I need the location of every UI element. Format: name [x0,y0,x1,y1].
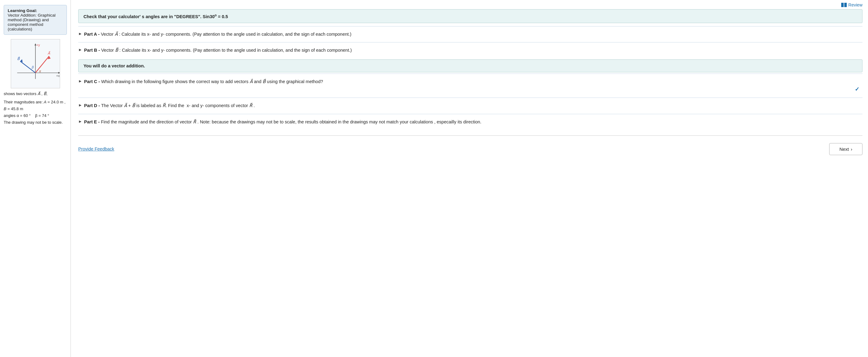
learning-goal-box: Learning Goal: Vector Addition: Graphica… [4,5,67,35]
feedback-link[interactable]: Provide Feedback [78,147,114,152]
checkmark-icon: ✓ [855,86,859,93]
scale-note: The drawing may not be to scale. [4,119,67,126]
svg-text:β: β [31,65,34,69]
part-c-checkmark-row: ✓ [78,85,863,93]
review-icon [841,3,847,7]
svg-text:+y: +y [36,43,40,47]
svg-rect-16 [844,3,847,7]
part-b-text: Part B - Vector B⃗ : Calculate its x- an… [84,47,352,54]
review-link[interactable]: Review [841,2,863,7]
part-d-row: ► Part D - The Vector A⃗ + B⃗ is labeled… [78,98,863,113]
vector-addition-banner: You will do a vector addition. [78,59,863,72]
part-d-label: Part D - [84,103,100,108]
part-d-text: Part D - The Vector A⃗ + B⃗ is labeled a… [84,102,255,109]
next-chevron-icon: › [851,147,852,152]
svg-rect-15 [841,3,844,7]
part-e-expand[interactable]: ► [78,119,82,124]
info-banner: Check that your calculator' s angles are… [78,9,863,23]
next-button[interactable]: Next › [829,143,863,155]
part-b-expand[interactable]: ► [78,47,82,52]
part-c-expand[interactable]: ► [78,79,82,84]
vector-addition-text: You will do a vector addition. [84,63,145,68]
part-a-text: Part A - Vector A⃗ : Calculate its x- an… [84,31,351,38]
learning-goal-title: Learning Goal: [8,8,37,13]
svg-text:B⃗: B⃗ [17,57,20,61]
part-d-expand[interactable]: ► [78,103,82,107]
left-panel: Learning Goal: Vector Addition: Graphica… [0,0,71,357]
part-c-label: Part C - [84,79,100,84]
next-label: Next [839,147,849,152]
part-a-label: Part A - [84,32,100,37]
svg-text:+x: +x [56,74,60,77]
angles-text: angles α = 60 ° β = 74 ° [4,112,67,119]
info-banner-text: Check that your calculator' s angles are… [84,14,228,19]
top-bar: Review [78,0,863,9]
part-e-row: ► Part E - Find the magnitude and the di… [78,114,863,130]
part-a-row: ► Part A - Vector A⃗ : Calculate its x- … [78,26,863,42]
svg-text:A⃗: A⃗ [48,51,50,55]
svg-text:α: α [39,69,41,73]
part-e-text: Part E - Find the magnitude and the dire… [84,119,482,126]
right-panel: Review Check that your calculator' s ang… [71,0,868,357]
part-b-row: ► Part B - Vector B⃗ : Calculate its x- … [78,42,863,58]
part-c-text: Part C - Which drawing in the following … [84,78,323,85]
learning-goal-body: Vector Addition: Graphical method (Drawi… [8,13,56,31]
bottom-bar: Provide Feedback Next › [78,135,863,155]
review-label: Review [848,2,863,7]
vector-diagram: +x +y A⃗ α B⃗ β [11,39,60,88]
part-a-expand[interactable]: ► [78,31,82,36]
diagram-caption: shows two vectors A⃗ , B⃗, [4,91,67,97]
magnitudes-text: Their magnitudes are: A = 24.0 m , B = 4… [4,99,67,112]
part-e-label: Part E - [84,120,100,124]
part-b-label: Part B - [84,48,100,53]
part-c-row: ► Part C - Which drawing in the followin… [78,73,863,98]
